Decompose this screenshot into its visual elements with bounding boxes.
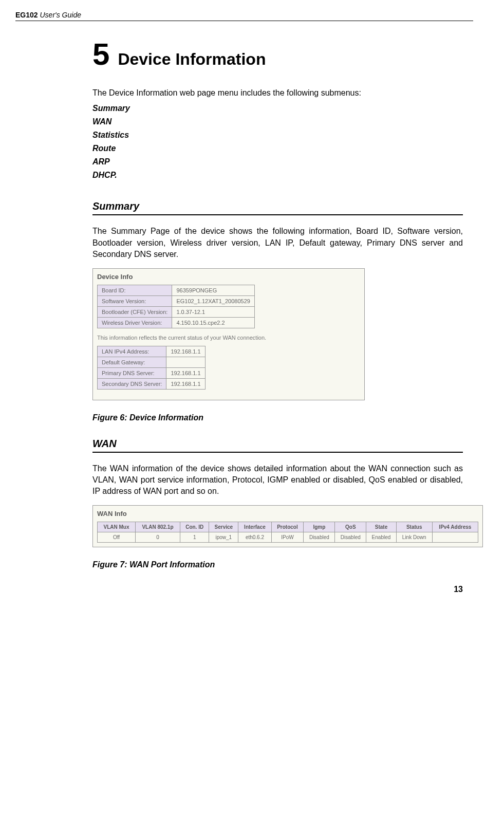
wan-connection-note: This information reflects the current st… (97, 335, 360, 341)
device-info-title: Device Info (97, 273, 360, 281)
chapter-title: 5Device Information (92, 36, 463, 72)
submenu-wan: WAN (92, 117, 463, 126)
submenu-arp: ARP (92, 157, 463, 166)
chapter-number: 5 (92, 37, 109, 71)
page-number: 13 (15, 585, 473, 594)
submenu-statistics: Statistics (92, 131, 463, 140)
table-row: Default Gateway: (98, 357, 206, 367)
figure6-caption: Figure 6: Device Information (92, 413, 463, 422)
summary-heading: Summary (92, 200, 463, 215)
table-row: Board ID:96359PONGEG (98, 285, 255, 295)
wan-heading: WAN (92, 438, 463, 453)
wan-info-title: WAN Info (97, 510, 478, 517)
guide-suffix: User's Guide (38, 11, 81, 19)
table-header-row: VLAN Mux VLAN 802.1p Con. ID Service Int… (98, 522, 478, 532)
submenu-list: Summary WAN Statistics Route ARP DHCP. (92, 104, 463, 180)
device-info-table2: LAN IPv4 Address:192.168.1.1 Default Gat… (97, 346, 206, 390)
table-row: Primary DNS Server:192.168.1.1 (98, 367, 206, 378)
table-row: Bootloader (CFE) Version:1.0.37-12.1 (98, 306, 255, 317)
summary-text: The Summary Page of the device shows the… (92, 226, 463, 260)
table-row: Secondary DNS Server:192.168.1.1 (98, 378, 206, 389)
table-row: Software Version:EG102_1.12XAT1_20080529 (98, 295, 255, 306)
chapter-text: Device Information (118, 50, 266, 68)
table-row: Off 0 1 ipow_1 eth0.6.2 IPoW Disabled Di… (98, 532, 478, 542)
device-info-screenshot: Device Info Board ID:96359PONGEG Softwar… (92, 268, 365, 400)
figure7-caption: Figure 7: WAN Port Information (92, 560, 463, 569)
table-row: LAN IPv4 Address:192.168.1.1 (98, 346, 206, 357)
device-info-table1: Board ID:96359PONGEG Software Version:EG… (97, 285, 255, 328)
product-name: EG102 (15, 11, 38, 19)
page-header: EG102 User's Guide (15, 10, 473, 21)
table-row: Wireless Driver Version:4.150.10.15.cpe2… (98, 317, 255, 328)
wan-info-screenshot: WAN Info VLAN Mux VLAN 802.1p Con. ID Se… (92, 505, 483, 547)
submenu-dhcp: DHCP. (92, 171, 463, 180)
submenu-route: Route (92, 144, 463, 153)
submenu-summary: Summary (92, 104, 463, 113)
wan-text: The WAN information of the device shows … (92, 463, 463, 497)
wan-info-table: VLAN Mux VLAN 802.1p Con. ID Service Int… (97, 522, 478, 543)
intro-paragraph: The Device Information web page menu inc… (92, 87, 463, 99)
